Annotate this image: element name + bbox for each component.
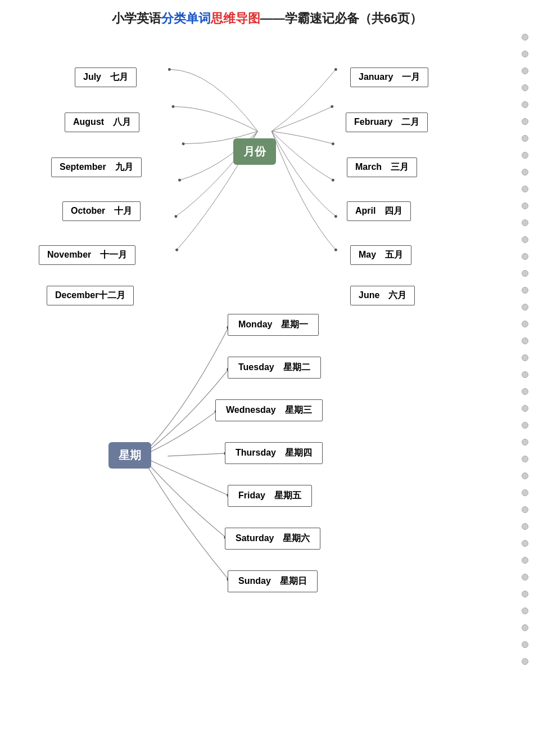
side-dot-32 xyxy=(522,557,528,564)
side-dot-29 xyxy=(522,506,528,513)
weekdays-section: 星期 Monday 星期一 Tuesday 星期二 Wednesday 星期三 … xyxy=(14,303,520,601)
side-dot-17 xyxy=(522,304,528,310)
months-center-node: 月份 xyxy=(233,138,276,165)
weekdays-mindmap: 星期 Monday 星期一 Tuesday 星期二 Wednesday 星期三 … xyxy=(14,303,520,601)
week-thursday: Thursday 星期四 xyxy=(225,442,323,464)
svg-point-1 xyxy=(171,105,174,108)
side-dot-36 xyxy=(522,624,528,631)
side-dot-9 xyxy=(522,169,528,176)
week-wednesday: Wednesday 星期三 xyxy=(215,399,323,421)
side-dot-28 xyxy=(522,489,528,496)
page-title: 小学英语分类单词思维导图——学霸速记必备（共66页） xyxy=(0,0,534,33)
side-dot-12 xyxy=(522,219,528,226)
month-october: October 十月 xyxy=(62,201,141,221)
side-dot-10 xyxy=(522,186,528,192)
month-january: January 一月 xyxy=(350,68,428,87)
svg-point-11 xyxy=(334,249,337,251)
side-dot-38 xyxy=(522,658,528,665)
side-dot-34 xyxy=(522,591,528,597)
svg-point-2 xyxy=(182,142,185,145)
side-dot-19 xyxy=(522,338,528,344)
side-dot-11 xyxy=(522,202,528,209)
month-september: September 九月 xyxy=(51,158,142,177)
month-november: November 十一月 xyxy=(39,245,135,265)
side-dot-5 xyxy=(522,101,528,108)
week-tuesday: Tuesday 星期二 xyxy=(228,357,321,379)
month-april: April 四月 xyxy=(347,201,411,221)
weekdays-center-node: 星期 xyxy=(108,442,151,469)
side-dot-31 xyxy=(522,540,528,547)
side-dot-13 xyxy=(522,236,528,243)
side-dot-15 xyxy=(522,270,528,277)
side-dot-18 xyxy=(522,321,528,327)
title-part4: ——学霸速记必备（共66页） xyxy=(260,11,422,25)
week-sunday: Sunday 星期日 xyxy=(228,570,318,592)
title-part2: 分类单词 xyxy=(161,11,211,25)
side-dot-3 xyxy=(522,68,528,74)
title-part3: 思维导图 xyxy=(211,11,260,25)
side-dot-23 xyxy=(522,405,528,412)
svg-point-10 xyxy=(334,215,337,218)
side-dot-4 xyxy=(522,84,528,91)
svg-point-3 xyxy=(178,179,181,182)
month-may: May 五月 xyxy=(350,245,411,265)
svg-point-5 xyxy=(175,249,178,251)
months-section: 月份 July 七月 August 八月 September 九月 Octobe… xyxy=(14,38,520,280)
side-dot-20 xyxy=(522,354,528,361)
month-july: July 七月 xyxy=(75,68,137,87)
side-dot-26 xyxy=(522,456,528,462)
side-dot-6 xyxy=(522,118,528,125)
month-february: February 二月 xyxy=(346,112,428,132)
svg-point-0 xyxy=(168,68,171,71)
svg-point-9 xyxy=(332,179,334,182)
svg-point-4 xyxy=(174,215,177,218)
side-dot-30 xyxy=(522,523,528,530)
side-dot-21 xyxy=(522,371,528,378)
month-august: August 八月 xyxy=(65,112,139,132)
months-mindmap: 月份 July 七月 August 八月 September 九月 Octobe… xyxy=(14,38,520,280)
side-dot-2 xyxy=(522,51,528,57)
week-friday: Friday 星期五 xyxy=(228,485,312,507)
side-dot-24 xyxy=(522,422,528,429)
title-part1: 小学英语 xyxy=(112,11,161,25)
svg-point-7 xyxy=(331,105,333,108)
side-dot-22 xyxy=(522,388,528,395)
side-navigation xyxy=(522,34,528,665)
side-dot-37 xyxy=(522,641,528,648)
week-monday: Monday 星期一 xyxy=(228,314,319,336)
svg-point-8 xyxy=(332,142,334,145)
side-dot-7 xyxy=(522,135,528,142)
side-dot-27 xyxy=(522,472,528,479)
side-dot-8 xyxy=(522,152,528,159)
side-dot-33 xyxy=(522,574,528,580)
side-dot-16 xyxy=(522,287,528,294)
side-dot-14 xyxy=(522,253,528,260)
side-dot-35 xyxy=(522,608,528,614)
month-march: March 三月 xyxy=(347,158,417,177)
side-dot-25 xyxy=(522,439,528,446)
svg-point-6 xyxy=(334,68,337,71)
week-saturday: Saturday 星期六 xyxy=(225,528,320,550)
side-dot-1 xyxy=(522,34,528,40)
